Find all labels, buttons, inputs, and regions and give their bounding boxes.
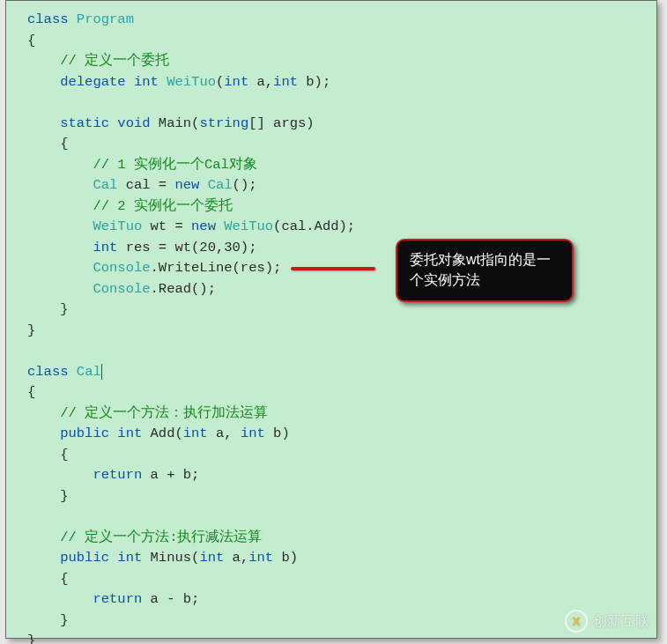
brace: } (27, 322, 35, 338)
keyword-int: int (117, 426, 142, 441)
keyword-delegate: delegate (60, 74, 125, 90)
text: .Read(); (151, 281, 216, 297)
text: a - b; (142, 591, 199, 607)
text: .WriteLine(res); (151, 260, 282, 276)
type-weituo: WeiTuo (93, 218, 142, 234)
keyword-static: static (60, 115, 109, 131)
text: b); (298, 74, 330, 90)
text: res = wt(20,30); (117, 240, 256, 255)
type-weituo: WeiTuo (167, 74, 216, 90)
brace: { (27, 384, 35, 400)
keyword-return: return (93, 467, 142, 483)
type-cal: Cal (199, 177, 232, 193)
text: Minus( (142, 550, 199, 566)
text: Add( (142, 426, 183, 441)
comment: // 定义一个委托 (60, 53, 169, 69)
text: a, (224, 550, 248, 566)
keyword-void: void (117, 115, 150, 131)
keyword-int: int (134, 74, 159, 90)
annotation-text: 委托对象wt指向的是一个实例方法 (410, 252, 551, 287)
comment: // 定义一个方法：执行加法运算 (60, 405, 268, 421)
comment: // 2 实例化一个委托 (93, 198, 233, 214)
annotation-arrow (291, 267, 375, 270)
keyword-public: public (60, 550, 109, 566)
brace: { (27, 33, 35, 48)
text: ( (216, 74, 224, 90)
type-program: Program (77, 11, 134, 27)
keyword-public: public (60, 426, 109, 441)
keyword-new: new (191, 218, 216, 234)
text: (cal.Add); (273, 218, 355, 234)
keyword-int: int (224, 74, 248, 90)
text: cal = (117, 177, 174, 193)
type-cal: Cal (77, 364, 102, 380)
text: [] args) (248, 115, 314, 131)
brace: { (60, 136, 68, 152)
keyword-int: int (199, 550, 224, 566)
keyword-int: int (93, 240, 117, 255)
text: a, (248, 74, 273, 90)
text: a + b; (142, 467, 199, 483)
keyword-class: class (27, 11, 69, 27)
comment: // 定义一个方法:执行减法运算 (60, 529, 262, 545)
text: wt = (142, 218, 191, 234)
text: b) (273, 550, 298, 566)
brace: } (60, 612, 68, 628)
brace: } (60, 301, 68, 317)
type-console: Console (93, 281, 150, 297)
keyword-int: int (273, 74, 298, 90)
keyword-string: string (199, 115, 248, 131)
keyword-return: return (93, 591, 142, 607)
code-block: class Program { // 定义一个委托 delegate int W… (6, 1, 656, 644)
keyword-int: int (248, 550, 273, 566)
text: b) (265, 426, 290, 441)
keyword-new: new (174, 177, 199, 193)
watermark: X 创新互联 (565, 610, 649, 633)
keyword-class: class (27, 364, 69, 380)
type-weituo: WeiTuo (216, 218, 273, 234)
type-console: Console (93, 260, 150, 276)
watermark-icon: X (565, 610, 588, 633)
brace: { (60, 571, 68, 587)
text: (); (233, 177, 257, 193)
keyword-int: int (241, 426, 265, 441)
keyword-int: int (183, 426, 208, 441)
brace: { (60, 447, 68, 463)
comment: // 1 实例化一个Cal对象 (93, 157, 256, 173)
keyword-int: int (117, 550, 142, 566)
annotation-callout: 委托对象wt指向的是一个实例方法 (396, 239, 574, 302)
code-screenshot-frame: class Program { // 定义一个委托 delegate int W… (5, 0, 657, 639)
brace: } (60, 488, 68, 504)
watermark-text: 创新互联 (593, 612, 649, 631)
brace: } (27, 633, 35, 644)
text: Main( (151, 115, 200, 131)
type-cal: Cal (93, 177, 117, 193)
text: a, (208, 426, 241, 441)
